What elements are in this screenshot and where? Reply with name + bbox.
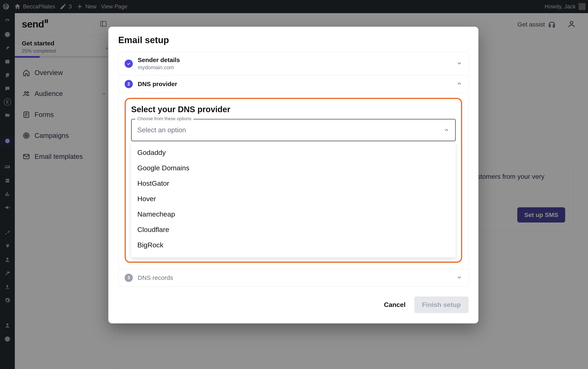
- modal-title: Email setup: [118, 35, 469, 45]
- section-title: Select your DNS provider: [131, 105, 456, 114]
- option-google-domains[interactable]: Google Domains: [131, 160, 456, 176]
- cancel-button[interactable]: Cancel: [382, 298, 408, 312]
- option-cloudflare[interactable]: Cloudflare: [131, 222, 456, 237]
- chevron-up-icon: [456, 81, 462, 86]
- dns-options-list: Godaddy Google Domains HostGator Hover N…: [131, 142, 456, 257]
- option-crazydomains[interactable]: Crazydomains: [131, 253, 456, 257]
- step-sub: mydomain.com: [138, 64, 180, 71]
- step-number-badge: 3: [125, 274, 133, 282]
- chevron-down-icon: [456, 275, 462, 280]
- step-title: DNS provider: [138, 81, 177, 88]
- check-icon: [126, 62, 131, 66]
- option-namecheap[interactable]: Namecheap: [131, 206, 456, 222]
- select-placeholder: Select an option: [137, 126, 186, 134]
- select-float-label: Choose from these options: [135, 116, 193, 122]
- step-number-badge: 2: [125, 80, 133, 88]
- check-badge: [125, 60, 133, 68]
- option-bigrock[interactable]: BigRock: [131, 237, 456, 253]
- dns-provider-select[interactable]: Select an option: [131, 119, 456, 141]
- option-hover[interactable]: Hover: [131, 191, 456, 206]
- dns-highlight: Select your DNS provider Choose from the…: [125, 98, 462, 263]
- setup-accordion: Sender details mydomain.com 2 DNS provid…: [118, 52, 469, 287]
- chevron-down-icon: [456, 61, 462, 66]
- step-title: DNS records: [138, 274, 173, 281]
- email-setup-modal: Email setup Sender details mydomain.com …: [108, 27, 478, 323]
- option-hostgator[interactable]: HostGator: [131, 176, 456, 191]
- step-dns-provider[interactable]: 2 DNS provider: [118, 75, 468, 93]
- option-godaddy[interactable]: Godaddy: [131, 145, 456, 160]
- step-dns-records[interactable]: 3 DNS records: [118, 269, 468, 287]
- step-dns-body: Select your DNS provider Choose from the…: [118, 93, 468, 269]
- chevron-up-icon: [444, 127, 450, 133]
- step-title: Sender details: [138, 57, 180, 63]
- step-sender-details[interactable]: Sender details mydomain.com: [118, 52, 468, 75]
- finish-setup-button: Finish setup: [414, 297, 469, 313]
